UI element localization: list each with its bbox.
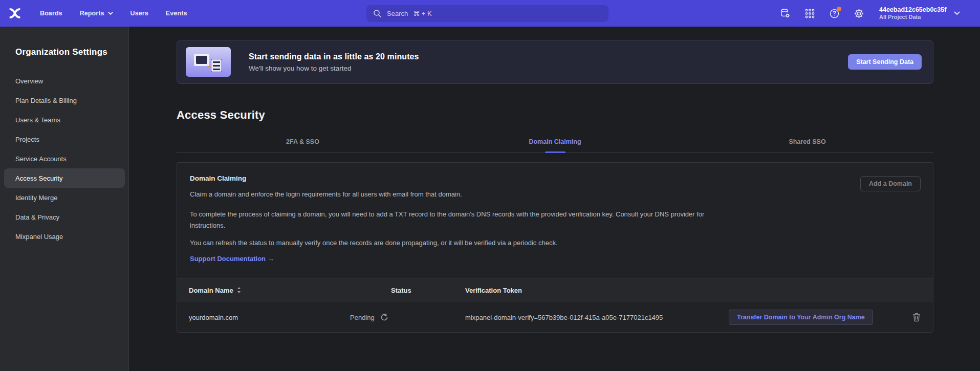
project-name: All Project Data — [879, 14, 946, 20]
search-input[interactable]: Search ⌘ + K — [366, 5, 608, 22]
search-shortcut: ⌘ + K — [413, 10, 432, 17]
tab-2fa-sso[interactable]: 2FA & SSO — [177, 131, 429, 152]
access-security-tabs: 2FA & SSO Domain Claiming Shared SSO — [177, 131, 933, 152]
apps-grid-icon[interactable] — [804, 8, 815, 19]
transfer-domain-button[interactable]: Transfer Domain to Your Admin Org Name — [729, 310, 873, 325]
account-chevron-down-icon[interactable] — [954, 11, 960, 15]
search-label: Search — [387, 10, 408, 17]
tab-shared-sso[interactable]: Shared SSO — [681, 131, 933, 152]
settings-gear-icon[interactable] — [854, 8, 864, 19]
panel-description: Claim a domain and enforce the login req… — [190, 189, 462, 200]
banner-title: Start sending data in as little as 20 mi… — [249, 52, 419, 61]
primary-nav: Boards Reports Users Events — [40, 10, 187, 17]
domain-name-cell: yourdomain.com — [189, 302, 238, 333]
nav-item-boards[interactable]: Boards — [40, 10, 62, 17]
start-sending-data-button[interactable]: Start Sending Data — [848, 54, 922, 70]
banner-subtitle: We'll show you how to get started — [249, 64, 419, 72]
banner-text: Start sending data in as little as 20 mi… — [249, 52, 419, 72]
sidebar-item-users-teams[interactable]: Users & Teams — [4, 110, 125, 129]
domain-table-row: yourdomain.com Pending mixpanel-domain-v… — [177, 302, 933, 333]
mixpanel-logo[interactable] — [8, 7, 21, 20]
active-tab-underline — [545, 151, 565, 153]
column-header-domain-name-label: Domain Name — [189, 287, 233, 294]
sidebar-item-identity-merge[interactable]: Identity Merge — [4, 188, 125, 207]
help-icon[interactable] — [829, 8, 840, 19]
illustration-card — [211, 59, 222, 72]
verification-token-cell: mixpanel-domain-verify=567b39be-012f-415… — [465, 302, 663, 333]
column-header-status: Status — [391, 278, 411, 302]
column-header-verification-token: Verification Token — [465, 278, 522, 302]
tab-domain-claiming[interactable]: Domain Claiming — [429, 131, 681, 152]
page-title: Access Security — [177, 108, 265, 122]
sidebar-item-data-privacy[interactable]: Data & Privacy — [4, 207, 125, 227]
sidebar-title: Organization Settings — [15, 47, 107, 57]
panel-instructions: To complete the process of claiming a do… — [190, 209, 732, 231]
delete-domain-trash-icon[interactable] — [912, 313, 921, 322]
org-id: 44eebad12c65eb0c35f — [879, 6, 946, 14]
settings-sidebar: Organization Settings Overview Plan Deta… — [0, 27, 129, 371]
top-navigation: Boards Reports Users Events Search ⌘ + K — [0, 0, 980, 27]
sort-icon[interactable] — [237, 287, 241, 293]
sidebar-nav: Overview Plan Details & Billing Users & … — [4, 71, 125, 246]
nav-item-reports-label: Reports — [80, 10, 104, 17]
column-header-domain-name: Domain Name — [189, 278, 241, 302]
domains-table-header: Domain Name Status Verification Token — [177, 278, 933, 301]
nav-item-users[interactable]: Users — [130, 10, 148, 17]
status-cell: Pending — [350, 302, 388, 333]
refresh-status-icon[interactable] — [380, 313, 388, 321]
getting-started-illustration — [186, 47, 231, 77]
domain-claiming-panel: Domain Claiming Add a Domain Claim a dom… — [177, 162, 933, 333]
panel-refresh-note: You can refresh the status to manually v… — [190, 237, 558, 249]
getting-started-banner: Start sending data in as little as 20 mi… — [177, 40, 933, 84]
main-content: Start sending data in as little as 20 mi… — [129, 27, 980, 371]
panel-title: Domain Claiming — [190, 174, 246, 182]
sidebar-item-plan-details-billing[interactable]: Plan Details & Billing — [4, 91, 125, 110]
help-notification-dot — [837, 7, 841, 11]
sidebar-item-projects[interactable]: Projects — [4, 129, 125, 149]
sidebar-item-service-accounts[interactable]: Service Accounts — [4, 149, 125, 168]
nav-item-reports[interactable]: Reports — [80, 10, 113, 17]
status-badge: Pending — [350, 314, 375, 321]
topnav-right: 44eebad12c65eb0c35f All Project Data — [780, 0, 960, 27]
sidebar-item-overview[interactable]: Overview — [4, 71, 125, 91]
nav-item-events[interactable]: Events — [166, 10, 187, 17]
chevron-down-icon — [108, 12, 113, 15]
sidebar-item-access-security[interactable]: Access Security — [4, 168, 125, 188]
sidebar-item-mixpanel-usage[interactable]: Mixpanel Usage — [4, 227, 125, 246]
search-icon — [373, 9, 382, 18]
account-switcher[interactable]: 44eebad12c65eb0c35f All Project Data — [879, 6, 946, 20]
support-documentation-link[interactable]: Support Documentation → — [190, 255, 274, 263]
data-management-icon[interactable] — [780, 8, 791, 19]
tab-domain-claiming-label: Domain Claiming — [529, 138, 581, 145]
add-domain-button[interactable]: Add a Domain — [860, 176, 921, 191]
